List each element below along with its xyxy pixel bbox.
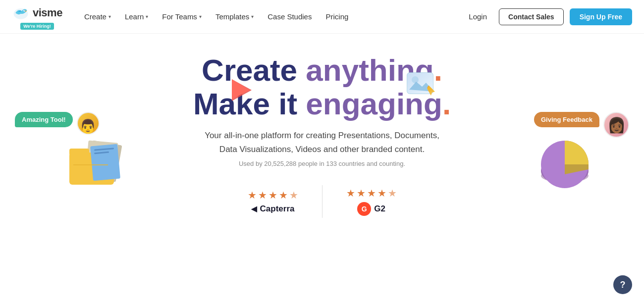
chevron-down-icon: ▾ xyxy=(108,14,111,19)
g2-logo: G G2 xyxy=(357,202,385,216)
chat-bubble-right: Giving Feedback 👩🏾 xyxy=(534,112,629,138)
logo-icon xyxy=(12,4,30,22)
image-icon-float xyxy=(406,71,436,99)
nav-links: Create ▾ Learn ▾ For Teams ▾ Templates ▾… xyxy=(78,8,463,25)
nav-for-teams[interactable]: For Teams ▾ xyxy=(156,8,208,25)
svg-point-2 xyxy=(24,10,25,10)
nav-right: Login Contact Sales Sign Up Free xyxy=(463,8,632,25)
logo-text: visme xyxy=(33,6,62,19)
folder-icon-float xyxy=(64,138,134,194)
hero-section: Create anything. Make it engaging. Your … xyxy=(0,34,644,220)
logo-area[interactable]: visme We're Hiring! xyxy=(12,4,62,30)
folder-icon xyxy=(64,138,134,192)
nav-templates[interactable]: Templates ▾ xyxy=(210,8,260,25)
g2-stars: ★ ★ ★ ★ ★ xyxy=(346,187,397,199)
chat-bubble-left: Amazing Tool! 👨 xyxy=(15,112,100,135)
amazing-tool-bubble: Amazing Tool! xyxy=(15,112,73,127)
contact-sales-button[interactable]: Contact Sales xyxy=(499,8,564,25)
g2-rating: ★ ★ ★ ★ ★ G G2 xyxy=(322,183,421,220)
signup-button[interactable]: Sign Up Free xyxy=(570,8,632,25)
capterra-stars: ★ ★ ★ ★ ★ xyxy=(248,189,298,201)
chevron-down-icon: ▾ xyxy=(251,14,254,19)
avatar-right: 👩🏾 xyxy=(603,112,629,138)
chevron-down-icon: ▾ xyxy=(146,14,148,19)
nav-case-studies[interactable]: Case Studies xyxy=(262,8,318,25)
logo[interactable]: visme xyxy=(12,4,62,22)
play-icon-float xyxy=(228,77,254,105)
svg-point-7 xyxy=(412,76,419,83)
login-button[interactable]: Login xyxy=(463,8,493,25)
chevron-down-icon: ▾ xyxy=(199,14,202,19)
image-icon xyxy=(406,71,436,97)
play-icon xyxy=(228,77,254,103)
avatar-left: 👨 xyxy=(77,112,100,135)
capterra-logo: ◀ Capterra xyxy=(251,204,295,214)
navbar: visme We're Hiring! Create ▾ Learn ▾ For… xyxy=(0,0,644,34)
hiring-badge: We're Hiring! xyxy=(20,23,54,30)
hero-title: Create anything. Make it engaging. xyxy=(0,53,644,121)
g2-logo-icon: G xyxy=(357,202,371,216)
svg-rect-14 xyxy=(69,149,89,155)
pie-chart-float xyxy=(535,139,594,190)
help-button[interactable]: ? xyxy=(613,275,632,294)
nav-create[interactable]: Create ▾ xyxy=(78,8,117,25)
pie-chart-icon xyxy=(535,139,594,188)
nav-pricing[interactable]: Pricing xyxy=(320,8,354,25)
nav-learn[interactable]: Learn ▾ xyxy=(119,8,154,25)
giving-feedback-bubble: Giving Feedback xyxy=(534,112,599,127)
capterra-rating: ★ ★ ★ ★ ★ ◀ Capterra xyxy=(224,185,322,218)
